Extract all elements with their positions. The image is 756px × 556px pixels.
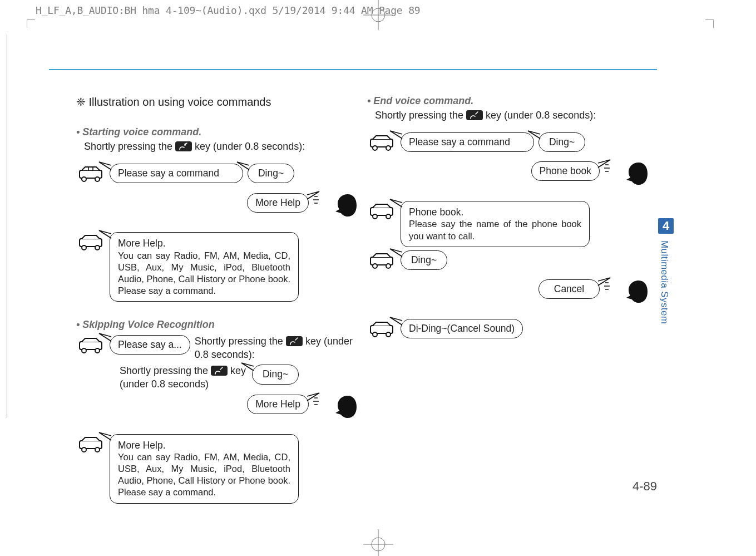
talking-head-icon xyxy=(331,395,358,424)
voice-key-icon xyxy=(286,336,303,346)
press-key-line: Shortly pressing the key (under 0.8 seco… xyxy=(375,109,649,122)
voice-key-icon xyxy=(175,141,192,151)
svg-point-13 xyxy=(95,245,100,250)
section-tab: 4 xyxy=(658,218,674,234)
svg-point-8 xyxy=(95,177,100,181)
bubble-more-help-expanded: More Help. You can say Radio, FM, AM, Me… xyxy=(110,434,299,504)
bubble-more-help: More Help xyxy=(247,193,309,213)
bubble-ding: Ding~ xyxy=(248,164,294,183)
txt: You can say Radio, FM, AM, Media, CD, US… xyxy=(118,451,290,498)
bubble-phone-book: Phone book xyxy=(531,161,600,181)
svg-point-25 xyxy=(386,214,391,219)
svg-point-22 xyxy=(386,146,391,150)
talking-head-icon xyxy=(622,161,649,191)
txt: Please say the name of the phone book yo… xyxy=(409,218,581,242)
svg-point-27 xyxy=(373,264,377,268)
svg-point-28 xyxy=(386,264,391,268)
bubble-phonebook-expanded: Phone book. Please say the name of the p… xyxy=(401,201,590,247)
txt: Phone book. xyxy=(409,206,581,218)
bubble-ding: Ding~ xyxy=(401,250,447,270)
bubble-ding: Ding~ xyxy=(252,365,299,384)
bubble-say-command: Please say a command xyxy=(110,164,243,183)
talking-head-icon xyxy=(622,279,649,309)
txt: key (under 0.8 seconds): xyxy=(195,141,305,152)
page-number: 4-89 xyxy=(633,479,657,494)
heading-starting: • Starting voice command. xyxy=(76,126,358,139)
side-section-title: Multimedia System xyxy=(659,240,675,327)
bubble-cancel: Cancel xyxy=(538,279,600,299)
svg-point-19 xyxy=(95,447,100,452)
svg-point-24 xyxy=(373,214,377,219)
txt: Shortly pressing the xyxy=(84,141,175,152)
bubble-more-help-expanded: More Help. You can say Radio, FM, AM, Me… xyxy=(110,232,299,302)
intro-line: ❈ Illustration on using voice commands xyxy=(76,95,358,109)
voice-key-icon xyxy=(211,366,228,376)
svg-point-30 xyxy=(373,332,377,337)
svg-point-31 xyxy=(386,332,391,337)
txt: More Help. xyxy=(118,237,290,249)
svg-point-18 xyxy=(82,447,86,452)
svg-point-12 xyxy=(82,245,86,250)
registration-mark-top xyxy=(363,0,393,30)
bubble-more-help: More Help xyxy=(247,395,309,414)
svg-point-7 xyxy=(82,177,86,181)
bubble-cancel-sound: Di-Ding~(Cancel Sound) xyxy=(401,319,523,338)
bubble-say-command: Please say a command xyxy=(401,132,534,152)
txt: You can say Radio, FM, AM, Media, CD, US… xyxy=(118,250,290,297)
txt: More Help. xyxy=(118,439,290,451)
voice-key-icon xyxy=(466,110,483,120)
press-key-line-2: Shortly pressing the key (under 0.8 seco… xyxy=(120,365,248,391)
press-key-line: Shortly pressing the key (under 0.8 seco… xyxy=(195,335,358,362)
press-key-line: Shortly pressing the key (under 0.8 seco… xyxy=(84,140,358,154)
bubble-say-a: Please say a... xyxy=(110,335,190,355)
svg-point-21 xyxy=(373,146,377,150)
svg-point-16 xyxy=(95,348,100,353)
blue-divider xyxy=(49,69,657,70)
left-margin-rule xyxy=(7,35,7,418)
bubble-ding: Ding~ xyxy=(538,132,585,152)
talking-head-icon xyxy=(331,193,358,223)
registration-mark-bottom xyxy=(363,529,393,556)
heading-skipping: • Skipping Voice Recognition xyxy=(76,318,358,332)
heading-end: • End voice command. xyxy=(367,95,649,108)
svg-point-15 xyxy=(82,348,86,353)
